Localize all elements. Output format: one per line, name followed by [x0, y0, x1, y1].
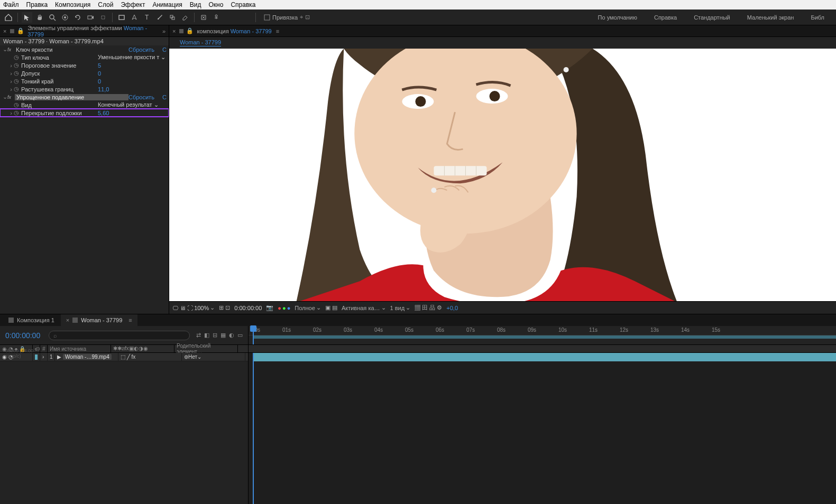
stopwatch-icon[interactable]: ◷: [14, 78, 20, 85]
layer-parent-dropdown[interactable]: ⊚ Нет ⌄: [182, 353, 245, 361]
layer-search-input[interactable]: ⌕: [49, 331, 190, 340]
draft3d-icon[interactable]: ◧: [204, 332, 209, 339]
timeline-ruler[interactable]: 00s 01s 02s 03s 04s 05s 06s 07s 08s 09s …: [249, 326, 836, 335]
work-area-bar[interactable]: [253, 335, 836, 339]
pen-tool[interactable]: [129, 12, 140, 23]
preview-timecode[interactable]: 0:00:00:00: [234, 305, 262, 311]
fx-icon[interactable]: fx: [7, 47, 15, 52]
snapshot-icon[interactable]: 📷: [266, 304, 273, 311]
roto-tool[interactable]: [198, 12, 209, 23]
effect-property[interactable]: ›◷ Тонкий край 0: [0, 77, 169, 85]
property-value[interactable]: 0: [98, 78, 167, 85]
effect-controls-tab[interactable]: × 🔒 Элементы управления эффектами Woman …: [0, 25, 169, 37]
lock-icon[interactable]: 🔒: [17, 27, 24, 34]
home-button[interactable]: [3, 12, 14, 23]
expand-arrow-icon[interactable]: ›: [8, 78, 14, 85]
close-icon[interactable]: ×: [3, 28, 6, 34]
eraser-tool[interactable]: [180, 12, 190, 23]
menu-help[interactable]: Справка: [231, 1, 255, 8]
effect-property[interactable]: ◷ Вид Конечный результат ⌄: [0, 101, 169, 109]
frame-blend-icon[interactable]: ▦: [221, 332, 226, 339]
shy-icon[interactable]: ⊟: [213, 332, 217, 339]
workspace-standard[interactable]: Стандартный: [691, 14, 733, 21]
effect-property-highlighted[interactable]: ›◷ Перекрытие подложки 5,60: [0, 109, 169, 117]
resolution-dropdown[interactable]: Полное ⌄: [295, 304, 321, 311]
snap-toggle[interactable]: Привязка ⌖ ⊡: [264, 14, 310, 21]
workspace-help[interactable]: Справка: [651, 14, 680, 21]
property-value-dropdown[interactable]: Уменьшение яркости т ⌄: [98, 54, 167, 61]
text-tool[interactable]: T: [142, 12, 152, 23]
reset-link[interactable]: Сбросить: [128, 94, 160, 100]
stopwatch-icon[interactable]: ◷: [14, 70, 20, 77]
comp-flowchart-icon[interactable]: ⇄: [196, 332, 201, 339]
composition-preview[interactable]: [169, 49, 836, 301]
zoom-tool[interactable]: [47, 12, 58, 23]
expand-arrow-icon[interactable]: ⌄: [2, 94, 7, 100]
stopwatch-icon[interactable]: ◷: [14, 109, 20, 116]
property-value[interactable]: 5,60: [98, 110, 167, 116]
close-icon[interactable]: ×: [66, 317, 69, 323]
layer-expand-arrow[interactable]: ›: [40, 353, 48, 361]
menu-layer[interactable]: Слой: [98, 1, 113, 8]
current-timecode[interactable]: 0:00:00:00: [5, 331, 40, 340]
graph-editor-icon[interactable]: ▭: [237, 332, 243, 339]
timeline-tab[interactable]: Композиция 1: [3, 314, 60, 326]
selection-tool[interactable]: [22, 12, 32, 23]
workspace-small[interactable]: Маленький экран: [744, 14, 797, 21]
effect-property[interactable]: ›◷ Допуск 0: [0, 69, 169, 77]
menu-file[interactable]: Файл: [3, 1, 19, 8]
anchor-tool[interactable]: [98, 12, 108, 23]
playhead[interactable]: [253, 326, 254, 344]
timeline-tab-active[interactable]: ×Woman - 37799≡: [61, 314, 137, 326]
zoom-dropdown[interactable]: 🖵 🖥 ⛶ 100% ⌄: [172, 304, 215, 311]
close-icon[interactable]: ×: [172, 28, 176, 34]
property-value[interactable]: 0: [98, 70, 167, 77]
stopwatch-icon[interactable]: ◷: [14, 86, 20, 92]
orbit-tool[interactable]: [60, 12, 70, 23]
expand-arrow-icon[interactable]: ›: [8, 62, 14, 69]
menu-effect[interactable]: Эффект: [121, 1, 145, 8]
stopwatch-icon[interactable]: ◷: [14, 54, 20, 61]
expand-arrow-icon[interactable]: ›: [8, 110, 14, 116]
rectangle-tool[interactable]: [116, 12, 127, 23]
stopwatch-icon[interactable]: ◷: [14, 62, 20, 69]
roi-icon[interactable]: ▣ ▤: [325, 304, 337, 311]
menu-view[interactable]: Вид: [190, 1, 201, 8]
stopwatch-icon[interactable]: ◷: [14, 101, 20, 108]
menu-animation[interactable]: Анимация: [152, 1, 182, 8]
brush-tool[interactable]: [154, 12, 165, 23]
property-value-dropdown[interactable]: Конечный результат ⌄: [98, 101, 167, 108]
clone-tool[interactable]: [167, 12, 178, 23]
resolution-icon[interactable]: ⊞ ⊡: [219, 304, 230, 311]
effect-property[interactable]: ◷ Тип ключа Уменьшение яркости т ⌄: [0, 53, 169, 61]
menu-edit[interactable]: Правка: [26, 1, 48, 8]
viewer-tab[interactable]: × 🔒 композиция Woman - 37799 ≡: [169, 25, 836, 37]
rotation-tool[interactable]: [72, 12, 83, 23]
layer-duration-bar[interactable]: [253, 353, 836, 361]
property-value[interactable]: 5: [98, 62, 167, 69]
hand-tool[interactable]: [34, 12, 45, 23]
view-options[interactable]: ▦ 田 品 ⚙: [415, 304, 442, 312]
channel-icon[interactable]: ●●●: [278, 305, 290, 311]
layer-name[interactable]: ▶Woman -…99.mp4: [55, 353, 118, 361]
layer-switches[interactable]: ⬚ ╱ fx: [118, 353, 182, 361]
menu-icon[interactable]: ≡: [276, 28, 279, 34]
comp-link[interactable]: С: [160, 94, 167, 100]
menu-icon[interactable]: ≡: [128, 317, 132, 323]
expand-arrow-icon[interactable]: ›: [8, 86, 14, 92]
composition-breadcrumb[interactable]: Woman - 37799: [169, 37, 836, 49]
reset-link[interactable]: Сбросить: [128, 46, 160, 53]
fx-icon[interactable]: fx: [7, 95, 15, 100]
effect-header[interactable]: ⌄ fx Упрощенное подавление Сбросить С: [0, 93, 169, 101]
view-dropdown[interactable]: 1 вид ⌄: [390, 304, 411, 311]
comp-link[interactable]: С: [160, 46, 167, 53]
camera-dropdown[interactable]: Активная ка… ⌄: [342, 304, 386, 311]
effect-property[interactable]: ›◷ Пороговое значение 5: [0, 61, 169, 69]
workspace-library[interactable]: Библ: [807, 14, 828, 21]
expand-arrow-icon[interactable]: ›: [8, 70, 14, 77]
menu-composition[interactable]: Композиция: [55, 1, 90, 8]
expand-icon[interactable]: »: [162, 28, 166, 34]
puppet-tool[interactable]: [211, 12, 222, 23]
exposure-value[interactable]: +0,0: [446, 305, 458, 311]
lock-icon[interactable]: 🔒: [186, 27, 194, 34]
